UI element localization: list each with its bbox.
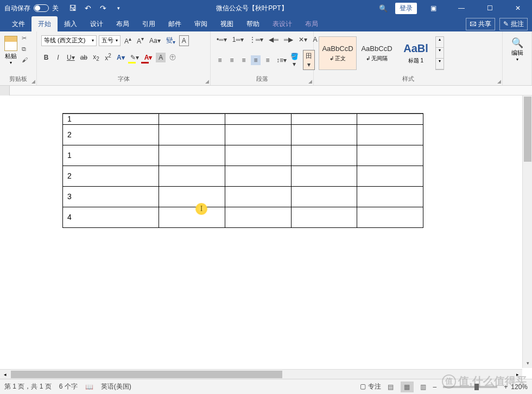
tab-insert[interactable]: 插入	[58, 16, 84, 31]
table-cell[interactable]	[159, 124, 225, 145]
table-cell[interactable]	[159, 166, 225, 186]
clipboard-launcher-icon[interactable]: ◢	[31, 79, 35, 84]
autosave-toggle[interactable]: 自动保存 关	[0, 4, 63, 13]
enclose-characters-icon[interactable]: ㊉	[168, 52, 178, 63]
table-cell[interactable]	[357, 166, 423, 186]
table-cell[interactable]	[291, 145, 357, 166]
table-row[interactable]: 3	[63, 186, 423, 207]
table-cell[interactable]	[225, 124, 292, 145]
status-words[interactable]: 6 个字	[59, 382, 78, 391]
table-cell[interactable]	[291, 113, 357, 124]
gallery-up-icon[interactable]: ▴	[436, 37, 444, 48]
zoom-out-icon[interactable]: –	[433, 383, 437, 391]
document-area[interactable]: 121234	[0, 86, 532, 357]
qat-customize-icon[interactable]: ▾	[114, 4, 123, 12]
underline-button[interactable]: U▾	[65, 53, 77, 62]
table-cell[interactable]	[291, 207, 357, 227]
multilevel-list-icon[interactable]: ⋮═▾	[248, 35, 265, 45]
web-layout-icon[interactable]: ▥	[417, 382, 430, 392]
table-cell[interactable]: 1	[63, 113, 159, 124]
status-page[interactable]: 第 1 页，共 1 页	[4, 382, 52, 391]
undo-icon[interactable]: ↶	[84, 4, 92, 12]
distribute-icon[interactable]: ≡	[263, 55, 273, 65]
style-heading1[interactable]: AaBl 标题 1	[397, 36, 435, 70]
font-launcher-icon[interactable]: ◢	[205, 79, 209, 84]
share-button[interactable]: 🖂 共享	[466, 18, 495, 30]
style-no-spacing[interactable]: AaBbCcD ↲ 无间隔	[358, 36, 396, 70]
superscript-button[interactable]: x2	[103, 52, 113, 63]
font-name-select[interactable]: 等线 (西文正文)▾	[41, 35, 97, 46]
table-cell[interactable]	[225, 166, 292, 186]
scroll-thumb[interactable]	[524, 97, 531, 162]
copy-icon[interactable]: ⧉	[22, 46, 30, 54]
editing-button[interactable]: 🔍 编辑 ▾	[508, 34, 527, 65]
scroll-thumb-h[interactable]	[11, 371, 282, 378]
tab-mailings[interactable]: 邮件	[162, 16, 188, 31]
table-row[interactable]: 2	[63, 124, 423, 145]
shading-icon[interactable]: 🪣▾	[288, 52, 301, 69]
borders-icon[interactable]: 田▾	[303, 50, 315, 70]
table-cell[interactable]	[357, 207, 423, 227]
table-cell[interactable]	[291, 124, 357, 145]
table-row[interactable]: 1	[63, 145, 423, 166]
status-language[interactable]: 英语(美国)	[101, 382, 131, 391]
bullets-icon[interactable]: •═▾	[215, 35, 229, 45]
format-painter-icon[interactable]: 🖌	[22, 56, 30, 65]
vertical-scrollbar[interactable]: ▴ ▾	[522, 96, 532, 368]
print-layout-icon[interactable]: ▦	[401, 382, 414, 392]
character-border-icon[interactable]: A	[179, 35, 189, 46]
tab-table-design[interactable]: 表设计	[266, 16, 299, 31]
grow-font-icon[interactable]: A▴	[123, 35, 133, 46]
asian-layout-icon[interactable]: ✕▾	[297, 35, 309, 45]
table-cell[interactable]: 4	[63, 207, 159, 227]
table-cell[interactable]	[159, 145, 225, 166]
tab-review[interactable]: 审阅	[188, 16, 214, 31]
horizontal-ruler[interactable]	[0, 86, 532, 96]
gallery-down-icon[interactable]: ▾	[436, 48, 444, 59]
close-icon[interactable]: ✕	[506, 0, 530, 16]
table-row[interactable]: 1	[63, 113, 423, 124]
table-row[interactable]: 4	[63, 207, 423, 227]
table-cell[interactable]	[357, 124, 423, 145]
table-cell[interactable]	[225, 113, 292, 124]
align-right-icon[interactable]: ≡	[239, 55, 249, 65]
justify-icon[interactable]: ≡	[251, 55, 261, 65]
scroll-left-icon[interactable]: ◂	[0, 372, 10, 377]
paragraph-launcher-icon[interactable]: ◢	[308, 79, 312, 84]
table-cell[interactable]	[357, 113, 423, 124]
save-icon[interactable]: 🖫	[68, 4, 77, 12]
spellcheck-icon[interactable]: 📖	[85, 383, 93, 391]
character-shading-icon[interactable]: A	[156, 53, 166, 62]
paste-button[interactable]: 粘贴 ▾	[2, 34, 20, 67]
tab-home[interactable]: 开始	[31, 16, 58, 31]
font-color-icon[interactable]: A▾	[143, 53, 154, 62]
focus-mode-button[interactable]: ▢ 专注	[360, 382, 381, 391]
subscript-button[interactable]: x2	[91, 52, 101, 63]
table-cell[interactable]	[225, 207, 292, 227]
increase-indent-icon[interactable]: ═▶	[282, 35, 295, 45]
font-size-select[interactable]: 五号▾	[99, 35, 121, 46]
strikethrough-button[interactable]: ab	[79, 53, 89, 62]
read-mode-icon[interactable]: ▤	[384, 382, 397, 392]
tab-help[interactable]: 帮助	[240, 16, 266, 31]
tab-table-layout[interactable]: 布局	[299, 16, 325, 31]
table-cell[interactable]	[225, 186, 292, 207]
table-row[interactable]: 2	[63, 166, 423, 186]
table-cell[interactable]	[159, 186, 225, 207]
table-cell[interactable]	[357, 145, 423, 166]
table-cell[interactable]: 3	[63, 186, 159, 207]
maximize-icon[interactable]: ☐	[478, 0, 502, 16]
decrease-indent-icon[interactable]: ◀═	[267, 35, 280, 45]
highlight-icon[interactable]: ✎▾	[129, 53, 141, 62]
align-center-icon[interactable]: ≡	[227, 55, 237, 65]
text-effects-icon[interactable]: A▾	[115, 53, 126, 62]
table-cell[interactable]	[291, 166, 357, 186]
table-cell[interactable]	[159, 207, 225, 227]
table-cell[interactable]: 1	[63, 145, 159, 166]
gallery-more-icon[interactable]: ▾	[436, 59, 444, 69]
table-cell[interactable]: 2	[63, 166, 159, 186]
table-cell[interactable]	[225, 145, 292, 166]
login-button[interactable]: 登录	[395, 3, 417, 14]
table-cell[interactable]: 2	[63, 124, 159, 145]
search-icon[interactable]: 🔍	[376, 4, 391, 12]
